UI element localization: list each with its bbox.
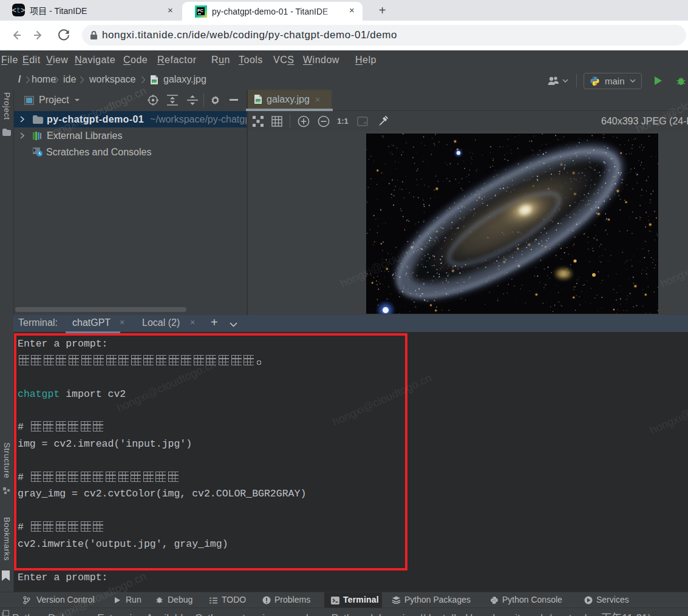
svg-text:PC: PC xyxy=(197,8,203,13)
svg-text:<t>: <t> xyxy=(12,7,25,15)
